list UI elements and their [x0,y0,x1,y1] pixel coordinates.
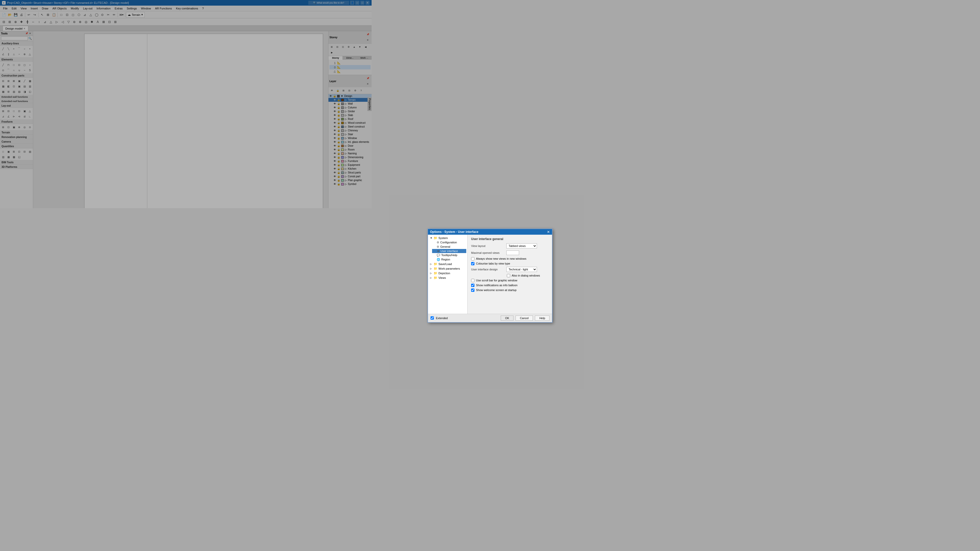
modal-overlay: Options - System - User interface ✕ ▼ 📁 … [0,0,372,208]
